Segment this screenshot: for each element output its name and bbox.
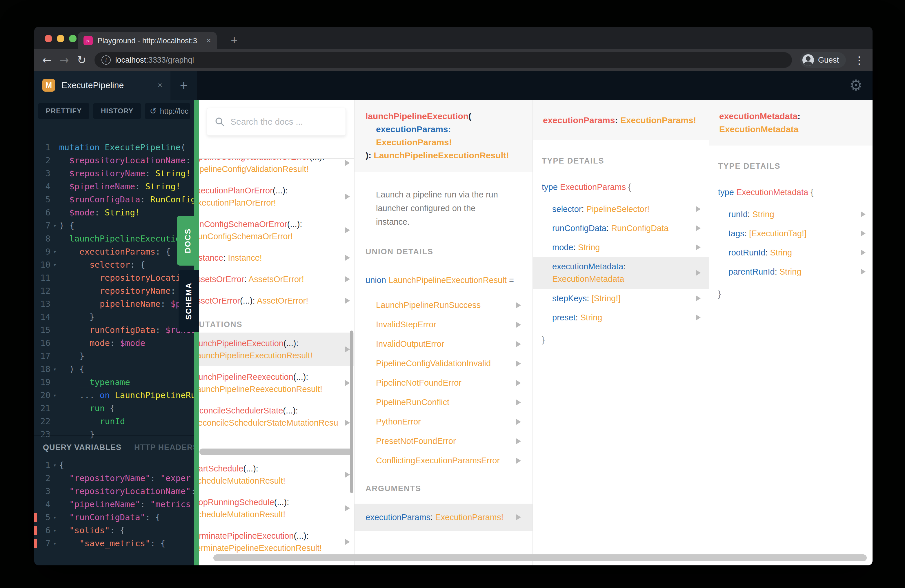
forward-icon[interactable]: → (60, 54, 69, 67)
new-tab-button[interactable]: + (226, 33, 242, 47)
playground-tab-close-icon[interactable]: × (158, 81, 162, 90)
code-line[interactable]: 12repositoryName: $repositoryName (34, 284, 194, 297)
profile-button[interactable]: Guest (800, 52, 846, 68)
docs-field-item[interactable]: terminatePipelineExecution(...): Termina… (199, 525, 354, 559)
fold-arrow-icon[interactable]: ▾ (51, 524, 59, 537)
code-line[interactable]: 16mode: $mode (34, 337, 194, 350)
code-line[interactable]: 21run { (34, 402, 194, 415)
docs-field-item[interactable]: executionPlanOrError(...): ExecutionPlan… (199, 180, 354, 213)
variables-code-editor[interactable]: 1▾{2"repositoryName": "exper3"repository… (34, 459, 194, 550)
union-member-item[interactable]: InvalidStepError (354, 315, 532, 334)
docs-field-item[interactable]: assetOrError(...): AssetOrError! (199, 290, 354, 311)
union-member-item[interactable]: PipelineNotFoundError (354, 373, 532, 393)
type-field-row[interactable]: executionMetadata:ExecutionMetadata (533, 257, 709, 289)
pane-divider[interactable] (194, 100, 199, 566)
type-field-row[interactable]: runConfigData: RunConfigData (533, 219, 709, 238)
fold-arrow-icon[interactable]: ▾ (51, 363, 59, 376)
docs-field-item[interactable]: instance: Instance! (199, 247, 354, 269)
code-line[interactable]: 10▾selector: { (34, 258, 194, 272)
docs-field-item[interactable]: launchPipelineExecution(...): LaunchPipe… (199, 332, 354, 366)
fold-arrow-icon[interactable]: ▾ (51, 537, 59, 550)
type-field-row[interactable]: runId: String (709, 205, 873, 224)
browser-menu-icon[interactable]: ⋮ (854, 54, 864, 66)
code-line[interactable]: 14} (34, 310, 194, 324)
code-line[interactable]: 1mutation ExecutePipeline( (34, 141, 194, 154)
type-field-row[interactable]: rootRunId: String (709, 243, 873, 262)
docs-field-item[interactable]: stopRunningSchedule(...): ScheduleMutati… (199, 491, 354, 525)
search-input[interactable]: Search the docs ... (207, 108, 346, 136)
code-line[interactable]: 2$repositoryLocationName: String! (34, 154, 194, 167)
code-line[interactable]: 20▾... on LaunchPipelineRunSuccess (34, 389, 194, 402)
union-member-item[interactable]: InvalidOutputError (354, 334, 532, 354)
horizontal-scrollbar-thumb[interactable] (199, 448, 353, 455)
code-line[interactable]: 2"repositoryName": "exper (34, 472, 194, 485)
code-line[interactable]: 5$runConfigData: RunConfigData! (34, 193, 194, 206)
history-button[interactable]: HISTORY (93, 103, 141, 119)
tab-http-headers[interactable]: HTTP HEADERS (134, 443, 194, 452)
type-field-row[interactable]: selector: PipelineSelector! (533, 199, 709, 219)
close-window-button[interactable] (44, 35, 52, 42)
code-line[interactable]: 17} (34, 350, 194, 363)
union-member-item[interactable]: LaunchPipelineRunSuccess (354, 296, 532, 315)
code-line[interactable]: 7▾) { (34, 219, 194, 232)
back-icon[interactable]: ← (42, 54, 52, 67)
docs-field-item[interactable]: runConfigSchemaOrError(...): RunConfigSc… (199, 213, 354, 247)
union-member-item[interactable]: PipelineRunConflict (354, 393, 532, 412)
type-field-row[interactable]: stepKeys: [String!] (533, 289, 709, 308)
prettify-button[interactable]: PRETTIFY (38, 103, 89, 119)
minimize-window-button[interactable] (57, 35, 64, 42)
type-field-row[interactable]: preset: String (533, 308, 709, 327)
union-member-item[interactable]: PythonError (354, 412, 532, 431)
code-line[interactable]: 13pipelineName: $pipelineName (34, 297, 194, 310)
code-line[interactable]: 6$mode: String! (34, 206, 194, 219)
code-line[interactable]: 4"pipelineName": "metrics (34, 498, 194, 511)
fold-arrow-icon[interactable]: ▾ (51, 459, 59, 472)
code-line[interactable]: 3"repositoryLocationName": (34, 485, 194, 498)
type-field-row[interactable]: parentRunId: String (709, 262, 873, 281)
code-line[interactable]: 11repositoryLocationName: $repositoryLoc… (34, 272, 194, 284)
union-member-item[interactable]: PipelineConfigValidationInvalid (354, 354, 532, 373)
code-line[interactable]: 5▾"runConfigData": { (34, 511, 194, 524)
code-line[interactable]: 15runConfigData: $runConfigData (34, 324, 194, 337)
code-line[interactable]: 6▾"solids": { (34, 524, 194, 537)
browser-tab[interactable]: ▹ Playground - http://localhost:3 × (78, 32, 217, 49)
endpoint-field[interactable]: ↺ http://loc (145, 103, 190, 119)
tab-close-icon[interactable]: × (206, 36, 211, 45)
code-line[interactable]: 3$repositoryName: String! (34, 167, 194, 180)
union-member-item[interactable]: ConflictingExecutionParamsError (354, 451, 532, 470)
playground-tab[interactable]: M ExecutePipeline × (34, 71, 170, 100)
fold-arrow-icon[interactable]: ▾ (51, 245, 59, 258)
tab-query-variables[interactable]: QUERY VARIABLES (43, 443, 121, 452)
code-line[interactable]: 1▾{ (34, 459, 194, 472)
type-field-row[interactable]: tags: [ExecutionTag!] (709, 224, 873, 243)
code-line[interactable]: 9▾executionParams: { (34, 245, 194, 258)
type-field-row[interactable]: mode: String (533, 238, 709, 257)
code-line[interactable]: 22runId (34, 415, 194, 428)
code-line[interactable]: 4$pipelineName: String! (34, 180, 194, 193)
code-line[interactable]: 18▾) { (34, 363, 194, 376)
code-line[interactable]: 8launchPipelineExecution( (34, 232, 194, 245)
code-line[interactable]: 19__typename (34, 376, 194, 389)
docs-field-item[interactable]: pipelineConfigValidationOrError(...): Pi… (199, 159, 354, 180)
maximize-window-button[interactable] (69, 35, 76, 42)
query-code-editor[interactable]: 1mutation ExecutePipeline(2$repositoryLo… (34, 122, 194, 454)
fold-arrow-icon[interactable]: ▾ (51, 511, 59, 524)
docs-field-item[interactable]: reconcileSchedulerState(...): ReconcileS… (199, 400, 354, 446)
code-line[interactable]: 7▾"save_metrics": { (34, 537, 194, 550)
docs-field-item[interactable]: startSchedule(...): ScheduleMutationResu… (199, 458, 354, 491)
argument-row[interactable]: executionParams: ExecutionParams! (354, 504, 532, 531)
vertical-scrollbar[interactable] (350, 331, 353, 493)
fold-arrow-icon[interactable]: ▾ (51, 258, 59, 272)
reload-icon[interactable]: ↻ (77, 54, 86, 67)
site-info-icon[interactable]: i (102, 56, 111, 65)
settings-gear-icon[interactable]: ⚙ (849, 76, 863, 94)
horizontal-scrollbar[interactable] (213, 555, 867, 561)
fold-arrow-icon[interactable]: ▾ (51, 389, 59, 402)
playground-new-tab-button[interactable]: + (170, 71, 197, 100)
docs-field-item[interactable]: launchPipelineReexecution(...): LaunchPi… (199, 366, 354, 400)
tab-schema[interactable]: SCHEMA (179, 270, 199, 332)
docs-field-item[interactable]: assetsOrError: AssetsOrError! (199, 269, 354, 290)
tab-docs[interactable]: DOCS (177, 216, 199, 265)
endpoint-reload-icon[interactable]: ↺ (149, 106, 156, 116)
union-member-item[interactable]: PresetNotFoundError (354, 431, 532, 451)
